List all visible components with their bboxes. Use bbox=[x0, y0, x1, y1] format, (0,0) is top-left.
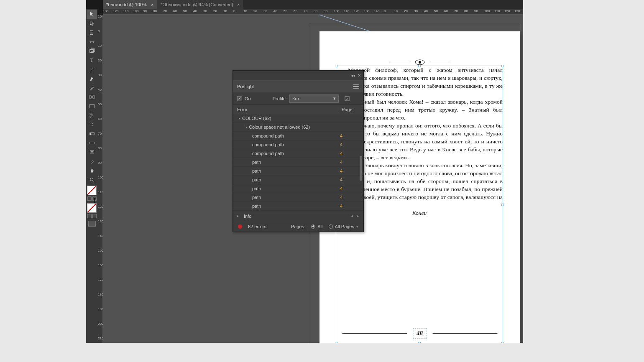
error-indicator-icon bbox=[238, 224, 242, 229]
prev-error-icon[interactable]: ◂ bbox=[351, 213, 353, 219]
error-item[interactable]: path4 bbox=[233, 167, 363, 176]
pencil-tool[interactable] bbox=[87, 83, 97, 92]
frame-handle[interactable] bbox=[501, 204, 504, 206]
gap-tool[interactable] bbox=[87, 37, 97, 46]
tab-active[interactable]: *блок.indd @ 100% × bbox=[103, 0, 157, 9]
document-tabs: *блок.indd @ 100% × *Обложка.indd @ 94% … bbox=[103, 0, 523, 9]
panel-title-row[interactable]: Preflight bbox=[233, 81, 363, 92]
ruler-horizontal[interactable]: 1301201101009080706050403020100102030405… bbox=[103, 9, 523, 15]
preflight-controls: ✓ On Profile: Кот ▾ bbox=[233, 92, 363, 105]
column-error[interactable]: Error bbox=[233, 107, 338, 112]
error-tree[interactable]: ▾ COLOUR (62) ▾ Colour space not allowed… bbox=[233, 114, 363, 211]
app-window: *блок.indd @ 100% × *Обложка.indd @ 94% … bbox=[86, 0, 523, 343]
svg-rect-13 bbox=[89, 142, 94, 144]
error-item[interactable]: path4 bbox=[233, 184, 363, 193]
page-tool[interactable] bbox=[87, 28, 97, 37]
error-item[interactable]: path4 bbox=[233, 158, 363, 167]
pen-tool[interactable] bbox=[87, 74, 97, 83]
column-headers: Error Page bbox=[233, 105, 363, 114]
svg-rect-12 bbox=[89, 133, 91, 135]
formatting-text-icon[interactable]: T bbox=[92, 196, 97, 201]
chevron-down-icon: ▾ bbox=[356, 224, 358, 229]
type-tool[interactable]: T bbox=[87, 56, 97, 65]
svg-line-4 bbox=[90, 68, 94, 71]
caret-right-icon: ▸ bbox=[237, 214, 239, 218]
scissors-tool[interactable] bbox=[87, 111, 97, 120]
next-error-icon[interactable]: ▸ bbox=[357, 213, 359, 219]
error-group[interactable]: ▾ COLOUR (62) bbox=[233, 114, 363, 123]
panel-menu-icon[interactable] bbox=[353, 84, 359, 89]
svg-point-17 bbox=[90, 178, 93, 181]
toolbox: T T bbox=[86, 9, 97, 343]
scrollbar[interactable] bbox=[360, 156, 362, 181]
chevron-down-icon: ▾ bbox=[333, 96, 336, 101]
tab-label: *Обложка.indd @ 94% [Converted] bbox=[161, 2, 233, 7]
svg-line-18 bbox=[92, 181, 94, 182]
frame-handle[interactable] bbox=[501, 65, 504, 67]
error-item[interactable]: path4 bbox=[233, 176, 363, 184]
error-item[interactable]: path4 bbox=[233, 193, 363, 202]
svg-rect-1 bbox=[89, 50, 93, 53]
frame-handle[interactable] bbox=[335, 342, 337, 343]
tab-inactive[interactable]: *Обложка.indd @ 94% [Converted] × bbox=[157, 0, 243, 9]
frame-handle[interactable] bbox=[418, 342, 421, 343]
radio-all[interactable]: All bbox=[311, 224, 322, 229]
profile-select[interactable]: Кот ▾ bbox=[289, 94, 339, 103]
zoom-tool[interactable] bbox=[87, 175, 97, 184]
embed-profile-icon[interactable] bbox=[344, 95, 350, 102]
svg-rect-2 bbox=[91, 49, 95, 52]
frame-handle[interactable] bbox=[418, 65, 421, 67]
screen-mode-icon[interactable] bbox=[88, 221, 96, 227]
ruler-vertical[interactable]: 1001020304050607080901001101201301401501… bbox=[97, 15, 103, 343]
page-number-ornament: 48 bbox=[342, 328, 497, 339]
view-mode-normal-icon[interactable] bbox=[87, 214, 92, 218]
svg-rect-8 bbox=[89, 105, 94, 108]
error-item[interactable]: compound path4 bbox=[233, 132, 363, 140]
panel-title: Preflight bbox=[237, 84, 254, 89]
close-icon[interactable]: ✕ bbox=[358, 73, 361, 78]
error-item[interactable]: path4 bbox=[233, 202, 363, 211]
collapse-icon[interactable]: ◂◂ bbox=[351, 73, 355, 78]
direct-selection-tool[interactable] bbox=[87, 19, 97, 28]
radio-all-pages[interactable]: All Pages ▾ bbox=[329, 224, 358, 229]
checkbox-icon[interactable]: ✓ bbox=[237, 96, 242, 101]
svg-rect-14 bbox=[90, 150, 94, 153]
close-icon[interactable]: × bbox=[237, 2, 240, 7]
error-subgroup[interactable]: ▾ Colour space not allowed (62) bbox=[233, 123, 363, 132]
eyedropper-tool[interactable] bbox=[87, 157, 97, 166]
selection-tool[interactable] bbox=[87, 10, 97, 19]
column-page[interactable]: Page bbox=[338, 107, 363, 112]
preflight-panel[interactable]: ◂◂ ✕ Preflight ✓ On Profile: Кот ▾ bbox=[233, 70, 364, 232]
frame-handle[interactable] bbox=[335, 65, 337, 67]
fill-swatch[interactable] bbox=[87, 186, 97, 195]
apply-none-swatch[interactable] bbox=[87, 203, 97, 213]
page-number[interactable]: 48 bbox=[413, 328, 427, 339]
svg-text:T: T bbox=[90, 57, 93, 63]
content-collector-tool[interactable] bbox=[87, 46, 97, 56]
svg-point-20 bbox=[419, 61, 421, 64]
preflight-footer: 62 errors Pages: All All Pages ▾ bbox=[233, 221, 363, 232]
pages-label: Pages: bbox=[291, 224, 305, 229]
caret-down-icon: ▾ bbox=[239, 117, 240, 120]
gradient-swatch-tool[interactable] bbox=[87, 129, 97, 138]
error-item[interactable]: compound path4 bbox=[233, 149, 363, 158]
formatting-container-icon[interactable] bbox=[87, 196, 92, 201]
viewport: *блок.indd @ 100% × *Обложка.indd @ 94% … bbox=[0, 0, 644, 362]
preflight-on-toggle[interactable]: ✓ On bbox=[237, 96, 251, 101]
free-transform-tool[interactable] bbox=[87, 120, 97, 129]
info-row[interactable]: ▸ Info ◂ ▸ bbox=[233, 211, 363, 221]
caret-down-icon: ▾ bbox=[245, 125, 247, 129]
frame-handle[interactable] bbox=[501, 342, 504, 343]
rectangle-frame-tool[interactable] bbox=[87, 92, 97, 102]
close-icon[interactable]: × bbox=[151, 2, 153, 7]
note-tool[interactable] bbox=[87, 148, 97, 157]
rectangle-tool[interactable] bbox=[87, 102, 97, 111]
profile-label: Profile: bbox=[273, 96, 287, 101]
gradient-feather-tool[interactable] bbox=[87, 138, 97, 148]
view-mode-preview-icon[interactable] bbox=[92, 214, 97, 218]
error-count: 62 errors bbox=[248, 224, 266, 229]
error-item[interactable]: compound path4 bbox=[233, 140, 363, 149]
tab-label: *блок.indd @ 100% bbox=[106, 2, 147, 7]
line-tool[interactable] bbox=[87, 65, 97, 74]
hand-tool[interactable] bbox=[87, 166, 97, 175]
